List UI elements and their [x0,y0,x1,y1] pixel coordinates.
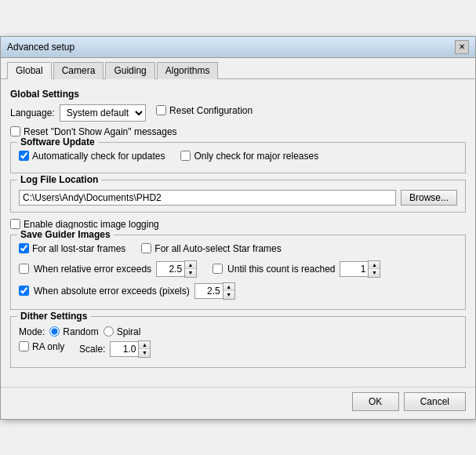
dither-scale-down[interactable]: ▼ [139,349,150,357]
mode-spiral-label: Spiral [104,326,141,337]
dither-settings-title: Dither Settings [17,311,90,322]
save-guider-images-content: For all lost-star frames For all Auto-se… [19,243,457,300]
relative-error-spinner: ▲ ▼ [156,260,197,278]
diagnostic-checkbox[interactable] [10,219,20,229]
diagnostic-label: Enable diagnostic image logging [10,219,466,230]
save-guider-images-group: Save Guider Images For all lost-star fra… [10,235,466,310]
major-only-checkbox[interactable] [180,151,191,161]
save-guider-images-title: Save Guider Images [17,229,114,240]
advanced-setup-window: Advanced setup ✕ Global Camera Guiding A… [0,36,476,420]
major-only-label: Only check for major releases [180,151,318,162]
log-file-path-input[interactable] [19,190,396,206]
guider-row1: For all lost-star frames For all Auto-se… [19,243,457,259]
dither-settings-group: Dither Settings Mode: Random Spiral [10,316,466,368]
relative-error-input[interactable] [156,261,184,277]
software-update-title: Software Update [17,136,98,147]
ra-only-label: RA only [19,341,64,352]
lost-star-label: For all lost-star frames [19,243,125,254]
absolute-error-spinner: ▲ ▼ [194,282,235,300]
lost-star-checkbox[interactable] [19,243,29,253]
mode-spiral-radio[interactable] [104,326,114,337]
dither-scale-spinner: ▲ ▼ [110,340,151,358]
software-update-group: Software Update Automatically check for … [10,142,466,173]
auto-check-checkbox[interactable] [19,151,29,161]
language-label: Language: [10,107,55,118]
reset-config-checkbox[interactable] [156,105,166,115]
window-title: Advanced setup [7,42,74,53]
reset-config-checkbox-label: Reset Configuration [156,105,253,116]
mode-random-radio[interactable] [49,326,60,337]
dither-ra-scale-row: RA only Scale: ▲ ▼ [19,340,457,358]
until-count-input[interactable] [340,261,368,277]
until-count-row: Until this count is reached ▲ ▼ [213,260,380,278]
software-update-content: Automatically check for updates Only che… [19,151,457,166]
tab-content: Global Settings Language: System default… [1,79,475,384]
dither-scale-input[interactable] [110,341,138,357]
auto-select-label: For all Auto-select Star frames [141,243,281,254]
mode-random-label: Random [49,326,98,337]
until-count-down[interactable]: ▼ [369,269,380,277]
tab-algorithms[interactable]: Algorithms [157,62,219,79]
relative-error-up[interactable]: ▲ [185,261,196,269]
ra-only-checkbox[interactable] [19,341,29,351]
until-count-up[interactable]: ▲ [369,261,380,269]
until-count-checkbox[interactable] [213,264,223,274]
software-update-options: Automatically check for updates Only che… [19,151,457,166]
auto-select-checkbox[interactable] [141,243,151,253]
dialog-footer: OK Cancel [1,387,475,419]
tab-bar: Global Camera Guiding Algorithms [1,58,475,79]
ok-button[interactable]: OK [352,392,399,411]
tab-guiding[interactable]: Guiding [105,62,154,79]
log-file-title: Log File Location [17,174,101,185]
relative-error-row: When relative error exceeds ▲ ▼ [19,260,197,278]
dither-content: Mode: Random Spiral RA only [19,326,457,358]
absolute-error-checkbox[interactable] [19,286,29,296]
auto-check-label: Automatically check for updates [19,151,165,162]
relative-error-checkbox[interactable] [19,264,29,274]
language-select[interactable]: System default English French German Spa… [60,104,146,122]
log-file-group: Log File Location Browse... [10,180,466,213]
language-row: Language: System default English French … [10,104,466,122]
reset-dont-show-row: Reset "Don't Show Again" messages [10,126,466,137]
tab-global[interactable]: Global [7,62,52,79]
guider-row2: When relative error exceeds ▲ ▼ Until th… [19,260,457,281]
relative-error-down[interactable]: ▼ [185,269,196,277]
cancel-button[interactable]: Cancel [404,392,466,411]
absolute-error-input[interactable] [194,283,223,299]
tab-camera[interactable]: Camera [53,62,104,79]
absolute-error-row: When absolute error exceeds (pixels) ▲ ▼ [19,282,457,300]
absolute-error-up[interactable]: ▲ [223,283,234,291]
log-file-path-row: Browse... [19,190,457,206]
browse-button[interactable]: Browse... [401,190,457,206]
close-button[interactable]: ✕ [455,40,469,54]
reset-dont-show-checkbox[interactable] [10,126,20,136]
dither-scale-up[interactable]: ▲ [139,341,150,349]
dither-mode-row: Mode: Random Spiral [19,326,457,337]
absolute-error-down[interactable]: ▼ [223,291,234,299]
global-settings-title: Global Settings [10,89,466,100]
until-count-spinner: ▲ ▼ [340,260,380,278]
title-bar: Advanced setup ✕ [1,37,475,58]
